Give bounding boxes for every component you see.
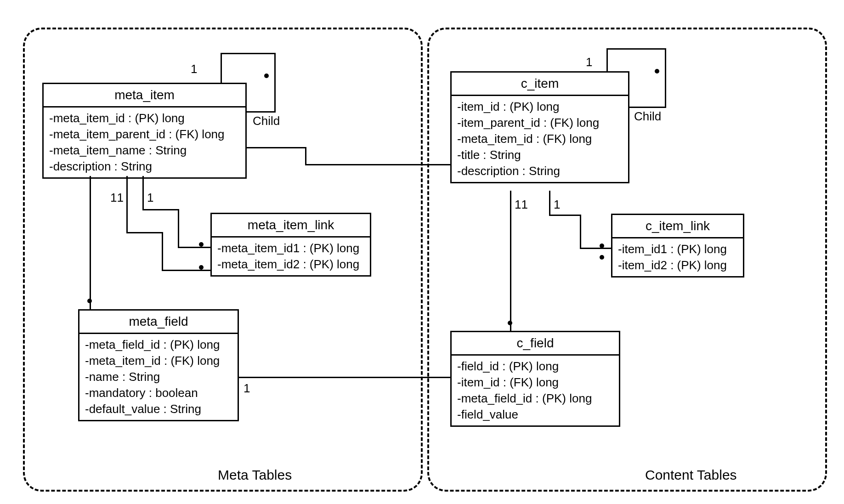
- connector: [580, 215, 581, 249]
- dot: [87, 299, 92, 303]
- entity-attr: -default_value : String: [85, 401, 232, 417]
- label-one: 1: [147, 191, 153, 205]
- dot: [508, 321, 512, 325]
- label-child: Child: [253, 114, 280, 128]
- connector: [142, 209, 179, 210]
- connector: [221, 53, 276, 54]
- dot: [199, 242, 204, 247]
- entity-attr: -meta_item_id1 : (PK) long: [217, 240, 364, 256]
- entity-meta-item-link: meta_item_link -meta_item_id1 : (PK) lon…: [210, 213, 371, 277]
- entity-attr: -meta_item_name : String: [49, 142, 240, 159]
- dot: [600, 255, 604, 260]
- connector: [629, 107, 666, 108]
- entity-attr: -meta_item_parent_id : (FK) long: [49, 126, 240, 142]
- connector: [126, 176, 128, 233]
- connector: [142, 176, 144, 210]
- connector: [178, 209, 179, 248]
- entity-attr: -field_id : (PK) long: [457, 358, 613, 374]
- label-eleven: 11: [110, 191, 124, 205]
- entity-attr: -item_parent_id : (FK) long: [457, 115, 623, 131]
- entity-attr: -item_id : (PK) long: [457, 99, 623, 115]
- connector: [239, 377, 450, 378]
- label-one: 1: [191, 62, 197, 76]
- entity-c-item-link-title: c_item_link: [612, 215, 743, 238]
- entity-c-field: c_field -field_id : (PK) long -item_id :…: [450, 331, 620, 427]
- entity-attr: -meta_item_id : (PK) long: [49, 110, 240, 126]
- entity-meta-field-body: -meta_field_id : (PK) long -meta_item_id…: [79, 334, 238, 420]
- dot: [655, 69, 659, 74]
- dot: [264, 74, 269, 78]
- connector: [580, 248, 611, 249]
- entity-c-field-title: c_field: [452, 332, 619, 356]
- entity-attr: -meta_field_id : (PK) long: [457, 391, 613, 407]
- er-diagram-canvas: Meta Tables Content Tables meta_item -me…: [9, 9, 835, 495]
- connector: [305, 164, 438, 165]
- connector: [162, 232, 163, 271]
- entity-attr: -name : String: [85, 369, 232, 385]
- connector: [606, 48, 666, 50]
- connector: [221, 53, 222, 83]
- connector: [126, 232, 163, 233]
- connector: [247, 111, 276, 113]
- connector: [274, 53, 276, 113]
- connector: [510, 191, 511, 331]
- label-one: 1: [554, 198, 560, 212]
- connector: [178, 247, 210, 248]
- label-one: 1: [244, 381, 250, 396]
- entity-attr: -title : String: [457, 147, 623, 163]
- entity-attr: -mandatory : boolean: [85, 385, 232, 401]
- connector: [90, 176, 91, 309]
- entity-meta-item-body: -meta_item_id : (PK) long -meta_item_par…: [44, 108, 245, 177]
- connector: [162, 270, 210, 271]
- entity-meta-item-link-title: meta_item_link: [212, 214, 370, 238]
- connector: [305, 147, 306, 165]
- entity-attr: -item_id1 : (PK) long: [618, 241, 737, 257]
- entity-c-item: c_item -item_id : (PK) long -item_parent…: [450, 71, 629, 183]
- label-child: Child: [634, 109, 661, 124]
- entity-attr: -item_id : (FK) long: [457, 374, 613, 391]
- entity-attr: -item_id2 : (PK) long: [618, 257, 737, 273]
- connector: [606, 48, 608, 71]
- entity-attr: -meta_item_id : (FK) long: [85, 353, 232, 369]
- entity-attr: -description : String: [457, 163, 623, 179]
- entity-c-item-title: c_item: [452, 73, 628, 96]
- entity-c-item-link: c_item_link -item_id1 : (PK) long -item_…: [611, 214, 744, 277]
- connector: [665, 48, 666, 108]
- label-eleven: 11: [515, 198, 528, 212]
- entity-attr: -field_value: [457, 407, 613, 423]
- zone-meta-label: Meta Tables: [218, 467, 292, 483]
- entity-meta-item: meta_item -meta_item_id : (PK) long -met…: [42, 83, 247, 179]
- connector: [549, 191, 550, 216]
- dot: [199, 265, 204, 270]
- connector: [549, 215, 581, 216]
- connector: [437, 164, 451, 165]
- entity-c-item-link-body: -item_id1 : (PK) long -item_id2 : (PK) l…: [612, 238, 743, 276]
- entity-attr: -meta_item_id2 : (PK) long: [217, 256, 364, 272]
- entity-attr: -description : String: [49, 159, 240, 175]
- dot: [600, 244, 604, 248]
- entity-attr: -meta_field_id : (PK) long: [85, 337, 232, 353]
- entity-c-item-body: -item_id : (PK) long -item_parent_id : (…: [452, 96, 628, 182]
- entity-attr: -meta_item_id : (FK) long: [457, 131, 623, 147]
- label-one: 1: [586, 55, 592, 69]
- entity-meta-item-link-body: -meta_item_id1 : (PK) long -meta_item_id…: [212, 238, 370, 275]
- connector: [247, 147, 306, 148]
- zone-content-label: Content Tables: [645, 467, 737, 483]
- entity-c-field-body: -field_id : (PK) long -item_id : (FK) lo…: [452, 356, 619, 425]
- entity-meta-field: meta_field -meta_field_id : (PK) long -m…: [78, 309, 239, 421]
- entity-meta-field-title: meta_field: [79, 311, 238, 334]
- entity-meta-item-title: meta_item: [44, 84, 245, 108]
